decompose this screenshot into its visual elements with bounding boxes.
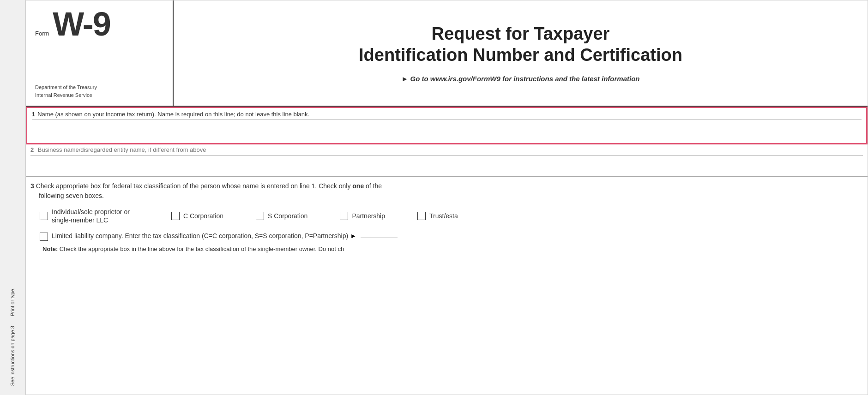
individual-line1: Individual/sole proprietor or: [52, 208, 130, 216]
form-number: W-9: [53, 7, 110, 41]
checkbox-trust: Trust/esta: [417, 212, 458, 220]
checkbox-c-corp: C Corporation: [171, 212, 223, 220]
goto-suffix: for instructions and the latest informat…: [502, 75, 640, 83]
goto-line: ► Go to www.irs.gov/FormW9 for instructi…: [401, 75, 639, 83]
checkbox-s-corp-box[interactable]: [256, 212, 264, 220]
field-3-section: 3 Check appropriate box for federal tax …: [26, 177, 868, 258]
checkbox-individual-box[interactable]: [40, 212, 48, 220]
side-see-instructions: See instructions on page 3: [9, 326, 16, 386]
field-1-label: 1 Name (as shown on your income tax retu…: [27, 108, 866, 120]
llc-note: Note: Check the appropriate box in the l…: [42, 245, 863, 254]
checkbox-llc-box[interactable]: [40, 233, 48, 241]
llc-text: Limited liability company. Enter the tax…: [52, 232, 348, 239]
field-2-label: 2 Business name/disregarded entity name,…: [26, 144, 868, 155]
header-section: Form W-9 Department of the Treasury Inte…: [26, 0, 868, 107]
field-1-input[interactable]: [32, 120, 862, 140]
field-3-label-part3: following seven boxes.: [39, 192, 104, 199]
header-right: Request for Taxpayer Identification Numb…: [174, 0, 868, 106]
main-title: Request for Taxpayer: [432, 24, 610, 45]
checkbox-individual: Individual/sole proprietor or single-mem…: [40, 208, 130, 224]
checkbox-partnership-label: Partnership: [352, 212, 385, 220]
form-area: Form W-9 Department of the Treasury Inte…: [25, 0, 868, 395]
checkbox-individual-label: Individual/sole proprietor or single-mem…: [52, 208, 130, 224]
field-3-header: 3 Check appropriate box for federal tax …: [30, 181, 863, 201]
goto-url: www.irs.gov/FormW9: [430, 75, 500, 83]
field-1-text: Name (as shown on your income tax return…: [37, 111, 309, 118]
field-2-input[interactable]: [30, 155, 863, 174]
header-left: Form W-9 Department of the Treasury Inte…: [26, 0, 174, 106]
field-1-number: 1: [32, 111, 35, 118]
field-2-section: 2 Business name/disregarded entity name,…: [26, 144, 868, 177]
llc-arrow: ►: [350, 232, 357, 239]
checkbox-s-corp: S Corporation: [256, 212, 307, 220]
dept-line1: Department of the Treasury: [35, 84, 163, 91]
field-3-label-bold: one: [352, 182, 364, 190]
checkbox-s-corp-label: S Corporation: [268, 212, 307, 220]
field-3-label-part1: Check appropriate box for federal tax cl…: [36, 182, 353, 190]
note-bold: Note:: [42, 245, 58, 252]
field-3-label-part2: of the: [366, 182, 382, 190]
checkbox-c-corp-label: C Corporation: [183, 212, 223, 220]
dept-line2: Internal Revenue Service: [35, 91, 163, 99]
side-print-type: Print or type.: [9, 287, 16, 316]
llc-row: Limited liability company. Enter the tax…: [40, 231, 863, 241]
checkboxes-row: Individual/sole proprietor or single-mem…: [30, 208, 863, 224]
checkbox-trust-box[interactable]: [417, 212, 426, 220]
left-sidebar: Print or type. See instructions on page …: [0, 0, 25, 395]
checkbox-partnership: Partnership: [340, 212, 385, 220]
field-2-number: 2: [30, 146, 34, 153]
checkbox-c-corp-box[interactable]: [171, 212, 180, 220]
form-label-text: Form: [35, 30, 49, 37]
dept-info: Department of the Treasury Internal Reve…: [35, 84, 163, 99]
field-3-number: 3: [30, 182, 34, 190]
goto-text: Go to: [410, 75, 428, 83]
main-subtitle: Identification Number and Certification: [359, 45, 682, 66]
note-text: Check the appropriate box in the line ab…: [60, 245, 344, 252]
checkbox-partnership-box[interactable]: [340, 212, 348, 220]
individual-line2: single-member LLC: [52, 216, 130, 224]
field-1-section: 1 Name (as shown on your income tax retu…: [26, 107, 868, 144]
llc-input-line: [361, 238, 398, 238]
side-instruction-container: Print or type. See instructions on page …: [9, 287, 16, 386]
page-container: Print or type. See instructions on page …: [0, 0, 868, 395]
field-2-text: Business name/disregarded entity name, i…: [38, 146, 206, 153]
checkbox-trust-label: Trust/esta: [429, 212, 458, 220]
